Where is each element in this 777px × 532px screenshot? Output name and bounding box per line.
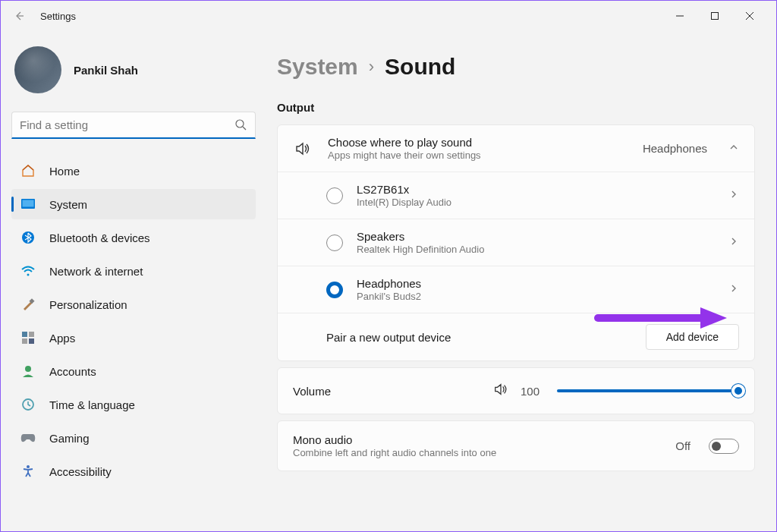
device-sub: Realtek High Definition Audio <box>357 244 715 255</box>
nav-gaming[interactable]: Gaming <box>11 423 256 453</box>
mono-card: Mono audio Combine left and right audio … <box>277 420 755 471</box>
nav-network[interactable]: Network & internet <box>11 256 256 286</box>
svg-point-15 <box>25 366 31 372</box>
nav-label: Accessibility <box>49 465 112 478</box>
maximize-button[interactable] <box>697 4 732 28</box>
device-sub: Pankil's Buds2 <box>357 291 715 302</box>
system-icon <box>20 197 36 212</box>
svg-rect-7 <box>23 200 34 207</box>
svg-line-5 <box>243 127 246 130</box>
mono-title: Mono audio <box>293 433 663 446</box>
choose-sub: Apps might have their own settings <box>328 150 628 161</box>
device-row-0[interactable]: LS27B61x Intel(R) Display Audio <box>278 172 754 219</box>
svg-rect-1 <box>712 13 719 20</box>
apps-icon <box>20 330 36 345</box>
sidebar: Pankil Shah Home System Bluetooth & devi… <box>1 31 266 531</box>
clock-icon <box>20 397 36 412</box>
mono-state: Off <box>675 439 690 452</box>
radio-unselected[interactable] <box>326 187 343 204</box>
breadcrumb-current: Sound <box>385 54 455 80</box>
device-name: Headphones <box>357 277 715 290</box>
nav-label: Bluetooth & devices <box>49 231 150 244</box>
choose-value: Headphones <box>643 142 707 155</box>
search-icon <box>234 118 247 134</box>
volume-label: Volume <box>293 385 481 398</box>
radio-selected[interactable] <box>326 282 343 298</box>
mono-sub: Combine left and right audio channels in… <box>293 447 663 458</box>
nav-label: Personalization <box>49 298 127 311</box>
mono-toggle[interactable] <box>709 439 739 454</box>
svg-rect-13 <box>22 338 27 344</box>
chevron-up-icon <box>728 142 739 156</box>
avatar <box>14 46 61 93</box>
nav-label: Time & language <box>49 398 135 411</box>
device-name: Speakers <box>357 230 715 243</box>
nav-home[interactable]: Home <box>11 156 256 186</box>
nav-label: Home <box>49 165 80 178</box>
section-output: Output <box>277 101 755 114</box>
nav-time[interactable]: Time & language <box>11 389 256 420</box>
speaker-icon <box>293 140 313 157</box>
nav-list: Home System Bluetooth & devices Network … <box>11 156 256 486</box>
nav-personalization[interactable]: Personalization <box>11 289 256 320</box>
accounts-icon <box>20 364 36 379</box>
profile[interactable]: Pankil Shah <box>14 46 256 93</box>
svg-point-4 <box>236 120 244 127</box>
nav-accessibility[interactable]: Accessibility <box>11 456 256 486</box>
svg-point-9 <box>27 274 30 276</box>
device-row-1[interactable]: Speakers Realtek High Definition Audio <box>278 219 754 266</box>
svg-rect-11 <box>22 332 27 337</box>
breadcrumb: System › Sound <box>277 54 755 80</box>
device-row-2[interactable]: Headphones Pankil's Buds2 <box>278 266 754 313</box>
chevron-right-icon[interactable] <box>728 283 739 297</box>
output-card: Choose where to play sound Apps might ha… <box>277 124 755 361</box>
volume-card: Volume 100 <box>277 367 755 414</box>
home-icon <box>20 163 36 178</box>
nav-apps[interactable]: Apps <box>11 323 256 353</box>
nav-label: Apps <box>49 332 75 345</box>
nav-label: Accounts <box>49 365 96 378</box>
chevron-right-icon[interactable] <box>728 236 739 250</box>
breadcrumb-parent[interactable]: System <box>277 54 358 80</box>
bluetooth-icon <box>20 230 36 245</box>
nav-system[interactable]: System <box>11 189 256 219</box>
accessibility-icon <box>20 464 36 479</box>
choose-title: Choose where to play sound <box>328 136 628 149</box>
back-button[interactable] <box>10 7 28 25</box>
wifi-icon <box>20 263 36 279</box>
mono-row: Mono audio Combine left and right audio … <box>278 421 754 471</box>
radio-unselected[interactable] <box>326 235 343 251</box>
svg-point-17 <box>27 465 30 468</box>
titlebar: Settings <box>1 1 776 31</box>
nav-label: Gaming <box>49 432 90 445</box>
nav-label: Network & internet <box>49 265 143 278</box>
choose-output-row[interactable]: Choose where to play sound Apps might ha… <box>278 125 754 172</box>
pair-label: Pair a new output device <box>326 331 451 344</box>
svg-rect-12 <box>29 332 34 337</box>
add-device-button[interactable]: Add device <box>646 324 739 350</box>
slider-thumb[interactable] <box>731 384 745 398</box>
brush-icon <box>20 297 36 312</box>
volume-row: Volume 100 <box>278 368 754 414</box>
window-title: Settings <box>40 11 76 22</box>
volume-value: 100 <box>521 385 545 398</box>
minimize-button[interactable] <box>662 4 697 28</box>
pair-row: Pair a new output device Add device <box>278 313 754 360</box>
main-content: System › Sound Output Choose where to pl… <box>266 31 776 531</box>
gaming-icon <box>20 430 36 445</box>
svg-rect-14 <box>29 338 34 344</box>
volume-slider[interactable] <box>557 389 739 392</box>
device-sub: Intel(R) Display Audio <box>357 197 715 208</box>
nav-label: System <box>49 198 87 211</box>
nav-accounts[interactable]: Accounts <box>11 356 256 386</box>
volume-icon[interactable] <box>493 382 508 400</box>
username: Pankil Shah <box>74 64 138 77</box>
nav-bluetooth[interactable]: Bluetooth & devices <box>11 222 256 253</box>
device-name: LS27B61x <box>357 183 715 196</box>
close-button[interactable] <box>732 4 767 28</box>
breadcrumb-sep: › <box>369 57 374 77</box>
search-input[interactable] <box>11 112 256 139</box>
chevron-right-icon[interactable] <box>728 189 739 203</box>
